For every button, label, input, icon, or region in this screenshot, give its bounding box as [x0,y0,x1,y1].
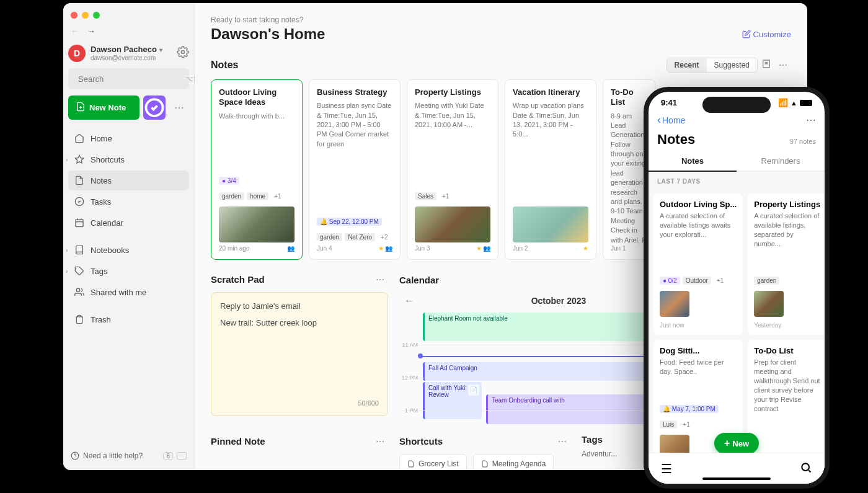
menu-icon[interactable]: ☰ [661,461,672,476]
shortcut-label: Meeting Agenda [492,460,546,468]
shortcut-item[interactable]: Meeting Agenda [473,454,554,470]
calendar-icon [74,218,84,228]
note-date: Jun 3 [415,245,430,252]
new-note-label: New Note [89,103,126,112]
tag-more[interactable]: +1 [714,277,727,285]
nav-forward-icon[interactable]: → [87,26,95,36]
tab-suggested[interactable]: Suggested [707,58,757,72]
tag-more[interactable]: +1 [439,192,452,200]
nav-back-icon[interactable]: ← [71,26,79,36]
star-icon: ★ [583,245,588,252]
tag-item[interactable]: Adventur... [582,450,625,458]
mobile-more-icon[interactable]: ⋯ [806,114,816,126]
reminder-badge: 🔔 May 7, 1:00 PM [660,405,719,413]
notes-more-icon[interactable]: ⋯ [775,58,791,73]
event-action-icon[interactable]: 📄 [468,384,479,396]
mobile-note-card[interactable]: Property Listings A curated selection of… [748,193,825,335]
scratch-more-icon[interactable]: ⋯ [372,272,388,287]
nav-label: Shared with me [91,288,146,297]
shortcuts-more-icon[interactable]: ⋯ [554,434,570,449]
note-card[interactable]: Property Listings Meeting with Yuki Date… [407,79,498,260]
nav-shared[interactable]: Shared with me [68,282,189,302]
home-icon [74,133,84,143]
prev-month-button[interactable]: ← [404,295,414,306]
tag-more[interactable]: +2 [378,233,391,241]
note-tag[interactable]: Sales [415,192,436,200]
calendar-month: October 2023 [531,296,587,306]
shortcut-item[interactable]: Grocery List [399,454,467,470]
notes-tabs: Recent Suggested [666,58,758,73]
chevron-right-icon[interactable]: › [66,156,68,163]
nav-label: Calendar [91,218,123,228]
tag-more[interactable]: +1 [271,192,284,200]
note-title: Outdoor Living Sp... [660,200,737,209]
note-title: Property Listings [415,87,490,97]
keyboard-icon[interactable] [177,452,187,460]
note-title: Property Listings [754,200,820,209]
note-tag[interactable]: home [247,192,268,200]
pencil-icon [742,30,751,38]
nav-shortcuts[interactable]: › Shortcuts [68,149,189,169]
nav-tasks[interactable]: Tasks [68,192,189,211]
nav-trash[interactable]: Trash [68,309,189,329]
note-tag[interactable]: garden [219,192,244,200]
tab-notes[interactable]: Notes [649,151,737,172]
search-input[interactable]: ⌥⌘F [68,68,189,89]
note-title: Dog Sitti... [660,346,737,355]
back-button[interactable]: ‹ Home [657,113,685,127]
note-tag[interactable]: Net Zero [345,233,375,241]
search-field[interactable] [78,74,182,84]
notebook-icon [74,245,84,255]
user-menu[interactable]: D Dawson Pacheco ▾ dawson@evernote.com [68,42,189,68]
help-icon[interactable] [71,451,79,460]
shared-icon: 👥 [287,245,294,252]
search-icon[interactable] [800,461,812,476]
trash-icon [74,314,84,324]
pinned-more-icon[interactable]: ⋯ [372,434,388,449]
svg-marker-3 [75,155,83,163]
new-note-button[interactable]: New Note [68,95,140,120]
note-tag[interactable]: garden [317,233,342,241]
maximize-window[interactable] [93,12,100,19]
nav-notes[interactable]: Notes [68,171,189,190]
ai-button[interactable] [143,95,166,120]
note-thumbnail [415,207,490,242]
scratch-pad[interactable]: Reply to Jamie's email New trail: Sutter… [211,292,388,416]
sidebar: ← → D Dawson Pacheco ▾ dawson@evernote.c… [63,3,195,470]
note-body: Walk-through with b... [219,112,294,173]
nav-calendar[interactable]: Calendar [68,213,189,233]
note-tag[interactable]: Outdoor [683,277,711,285]
sidebar-footer: Need a little help? 6 [68,446,189,465]
note-icon [74,175,84,185]
nav-notebooks[interactable]: › Notebooks [68,240,189,260]
nav-home[interactable]: Home [68,128,189,148]
tag-more[interactable]: +1 [680,420,693,429]
note-tag[interactable]: garden [754,277,779,285]
nav-label: Home [91,134,112,143]
filter-icon[interactable] [758,56,775,73]
star-icon: ★ [476,245,482,252]
note-tag[interactable]: Luis [660,420,677,429]
minimize-window[interactable] [82,12,89,19]
user-name: Dawson Pacheco ▾ [91,45,172,55]
notes-section-title: Notes [211,60,666,71]
mobile-note-card[interactable]: Outdoor Living Sp... A curated selection… [653,193,743,335]
note-date: Jun 2 [513,245,528,252]
nav-tags[interactable]: › Tags [68,261,189,281]
note-card[interactable]: Business Strategy Business plan sync Dat… [309,79,401,260]
cal-event-yuki[interactable]: Call with Yuki: Review 📄 [423,382,482,419]
more-actions-button[interactable]: ⋯ [169,95,189,120]
note-card[interactable]: Vacation Itinerary Wrap up vacation plan… [505,79,596,260]
note-card[interactable]: Outdoor Living Space Ideas Walk-through … [211,79,303,260]
gear-icon[interactable] [177,46,189,61]
mobile-new-button[interactable]: + New [714,433,759,454]
customize-button[interactable]: Customize [742,30,791,39]
chevron-right-icon[interactable]: › [66,268,68,275]
notch [702,97,771,113]
tab-reminders[interactable]: Reminders [737,151,825,172]
nav-label: Notebooks [91,246,129,255]
chevron-right-icon[interactable]: › [66,247,68,254]
help-text[interactable]: Need a little help? [83,451,143,460]
tab-recent[interactable]: Recent [667,58,707,72]
close-window[interactable] [71,12,78,19]
